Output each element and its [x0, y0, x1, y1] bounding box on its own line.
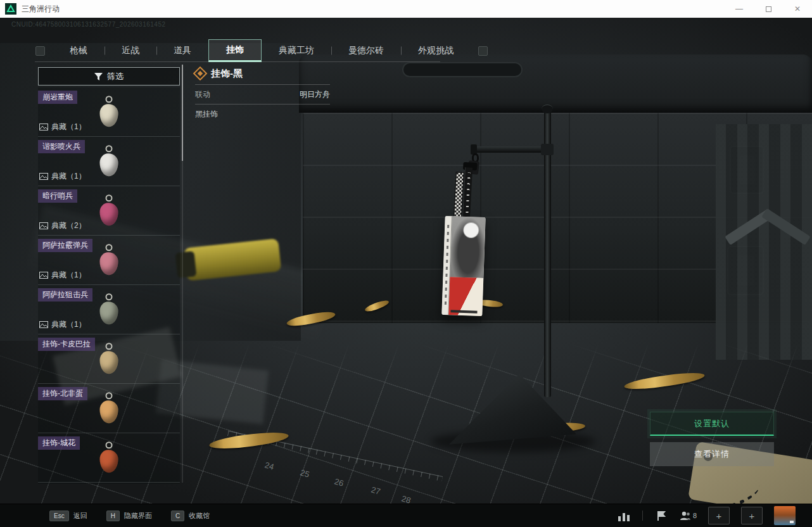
filter-icon — [94, 73, 103, 80]
keyring-icon — [106, 244, 113, 251]
friends-status[interactable]: 8 — [680, 511, 697, 521]
collection-icon — [39, 321, 48, 328]
charm-title: 挂饰-黑 — [211, 68, 243, 80]
collection-count: 典藏（1） — [51, 270, 86, 281]
hotkey-hint: Esc 返回 — [49, 511, 87, 521]
nav-tab[interactable]: 挂饰 — [208, 39, 262, 62]
nav-tab[interactable]: 外观挑战 — [401, 39, 471, 62]
sidebar-charm-item[interactable]: 挂饰-卡皮巴拉 — [38, 334, 180, 384]
bottom-bar: Esc 返回 H 隐藏界面 C 收藏馆 8 + + — [0, 504, 812, 527]
collection-icon — [39, 272, 48, 279]
charm-thumbnail — [90, 392, 128, 428]
charm-name-label: 挂饰-城花 — [38, 436, 80, 450]
divider — [195, 84, 330, 85]
charm-name-label: 阿萨拉狙击兵 — [38, 288, 92, 302]
sidebar-charm-item[interactable]: 暗行哨兵 典藏（2） — [38, 186, 180, 236]
charm-name-label: 崩岩重炮 — [38, 91, 77, 104]
nav-tab-label: 道具 — [174, 45, 191, 56]
keyring-icon — [106, 293, 113, 300]
sidebar-charm-item[interactable]: 挂饰-北非蛋 — [38, 384, 180, 433]
hud-overlay: CNUID:464758003106131632577_202603161452… — [0, 0, 812, 527]
friends-icon — [680, 511, 691, 521]
charm-name-label: 挂饰-卡皮巴拉 — [38, 338, 95, 351]
sidebar-charm-item[interactable]: 挂饰-城花 — [38, 433, 180, 483]
collection-count: 典藏（1） — [51, 122, 86, 132]
collection-badge: 典藏（2） — [39, 220, 86, 231]
charm-thumbnail — [90, 244, 128, 279]
nav-tab[interactable]: 枪械 — [53, 39, 105, 62]
nav-tab-label: 枪械 — [70, 45, 87, 56]
charm-thumbnail — [90, 293, 128, 329]
app-logo-icon — [5, 3, 16, 15]
hotkey-bar: Esc 返回 H 隐藏界面 C 收藏馆 — [49, 511, 210, 521]
hotkey-label: 返回 — [73, 511, 87, 521]
sidebar-charm-item[interactable]: 阿萨拉狙击兵 典藏（1） — [38, 285, 180, 334]
nav-tab-label: 挂饰 — [226, 44, 244, 56]
sidebar-scrollbar-thumb[interactable] — [182, 65, 183, 161]
maximize-button[interactable] — [754, 0, 783, 18]
collection-icon — [39, 222, 48, 229]
charm-figure — [100, 400, 118, 423]
charm-name-label: 暗行哨兵 — [38, 189, 77, 203]
collab-value: 明日方舟 — [300, 89, 330, 100]
maximize-icon — [766, 6, 771, 12]
hotkey-label: 收藏馆 — [189, 511, 210, 521]
sidebar-charm-item[interactable]: 阿萨拉霰弹兵 典藏（1） — [38, 236, 180, 285]
charm-name-label: 挂饰-北非蛋 — [38, 387, 87, 400]
collection-badge: 典藏（1） — [39, 171, 86, 182]
window-controls: — ✕ — [725, 0, 812, 18]
nav-tab-label: 近战 — [122, 45, 139, 56]
flag-icon[interactable] — [654, 510, 668, 521]
separator — [642, 511, 643, 521]
filter-button[interactable]: 筛选 — [38, 67, 180, 86]
player-uid: CNUID:464758003106131632577_202603161452 — [11, 21, 166, 28]
sidebar-list: 崩岩重炮 典藏（1） 谐影喷火兵 典藏（1） 暗行哨兵 — [38, 87, 180, 484]
charm-name-label: 阿萨拉霰弹兵 — [38, 239, 92, 252]
event-thumbnail[interactable] — [774, 506, 796, 525]
hotkey-hint: H 隐藏界面 — [106, 511, 152, 521]
collection-badge: 典藏（1） — [39, 122, 86, 132]
keycap: Esc — [49, 511, 69, 521]
keyring-icon — [106, 343, 113, 350]
next-tab-key-icon — [478, 46, 488, 56]
game-window: 三角洲行动 — ✕ 2425262728 — [0, 0, 812, 527]
charm-figure — [100, 252, 118, 275]
close-button[interactable]: ✕ — [783, 0, 812, 18]
collection-count: 典藏（2） — [51, 220, 86, 231]
nav-tab[interactable]: 典藏工坊 — [262, 39, 331, 62]
sidebar-charm-item[interactable]: 谐影喷火兵 典藏（1） — [38, 137, 180, 186]
nav-tab-label: 曼德尔砖 — [348, 45, 384, 56]
set-default-button[interactable]: 设置默认 — [650, 412, 774, 436]
charm-thumbnail — [90, 194, 128, 230]
window-titlebar: 三角洲行动 — ✕ — [0, 0, 812, 18]
collection-count: 典藏（1） — [51, 319, 86, 330]
charm-figure — [100, 104, 118, 127]
nav-tab[interactable]: 道具 — [156, 39, 208, 62]
rarity-diamond-icon — [193, 67, 208, 81]
keyring-icon — [106, 96, 113, 103]
charm-figure — [100, 351, 118, 374]
hotkey-label: 隐藏界面 — [124, 511, 152, 521]
charm-figure — [100, 153, 118, 176]
nav-tab[interactable]: 曼德尔砖 — [331, 39, 401, 62]
nav-tab[interactable]: 近战 — [105, 39, 156, 62]
stats-chart-icon[interactable] — [617, 510, 631, 521]
window-title: 三角洲行动 — [22, 4, 60, 15]
top-nav: 枪械 近战 道具 挂饰 典藏工坊 曼德尔砖 外观挑战 — [35, 39, 488, 62]
prev-tab-key-icon — [35, 46, 45, 56]
charm-thumbnail — [90, 145, 128, 181]
view-details-button[interactable]: 查看详情 — [650, 442, 774, 466]
charm-thumbnail — [90, 96, 128, 131]
sidebar-charm-item[interactable]: 崩岩重炮 典藏（1） — [38, 87, 180, 137]
keyring-icon — [106, 441, 113, 448]
collection-badge: 典藏（1） — [39, 270, 86, 281]
add-slot-button[interactable]: + — [708, 507, 730, 524]
collection-badge: 典藏（1） — [39, 319, 86, 330]
minimize-button[interactable]: — — [725, 0, 754, 18]
keycap: C — [171, 511, 184, 521]
add-slot-button[interactable]: + — [741, 507, 763, 524]
charm-figure — [100, 203, 118, 225]
collection-count: 典藏（1） — [51, 171, 86, 182]
divider — [195, 104, 330, 105]
charm-name-label: 谐影喷火兵 — [38, 140, 85, 153]
